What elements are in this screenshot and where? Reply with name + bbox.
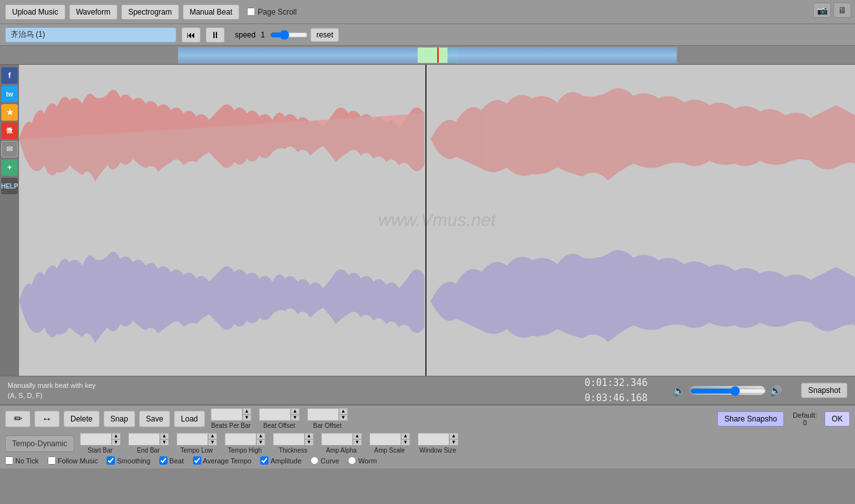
waveform-button[interactable]: Waveform bbox=[69, 4, 117, 20]
delete-button[interactable]: Delete bbox=[63, 411, 100, 427]
beat-checkbox[interactable] bbox=[159, 456, 168, 465]
window-size-spinbox: ▲ ▼ Window Size bbox=[416, 433, 460, 454]
twitter-button[interactable]: tw bbox=[1, 86, 18, 102]
bar-offset-down[interactable]: ▼ bbox=[339, 414, 348, 421]
weibo-button[interactable]: 微 bbox=[1, 123, 18, 139]
thickness-down[interactable]: ▼ bbox=[305, 439, 314, 446]
status-text: Manually mark beat with key (A, S, D, F) bbox=[8, 380, 96, 401]
beats-per-bar-down[interactable]: ▼ bbox=[242, 414, 251, 421]
waveform-main[interactable]: www.Vmus.net bbox=[19, 65, 855, 376]
help-button[interactable]: HELP bbox=[1, 178, 18, 194]
average-tempo-option[interactable]: Average Tempo bbox=[193, 456, 252, 465]
volume-slider-track[interactable] bbox=[689, 385, 766, 395]
worm-option[interactable]: Worm bbox=[348, 456, 376, 465]
share-snapshot-button[interactable]: Share Snapsho bbox=[717, 411, 784, 427]
beats-per-bar-input[interactable] bbox=[211, 408, 242, 421]
page-scroll-option[interactable]: Page Scroll bbox=[247, 8, 296, 17]
end-bar-up[interactable]: ▲ bbox=[160, 433, 169, 439]
beats-per-bar-up[interactable]: ▲ bbox=[242, 408, 251, 414]
ok-button[interactable]: OK bbox=[825, 411, 850, 427]
tempo-low-down[interactable]: ▼ bbox=[208, 439, 217, 446]
mini-waveform-bar[interactable] bbox=[0, 46, 855, 65]
time-display: 0:01:32.346 0:03:46.168 bbox=[585, 375, 647, 406]
no-tick-label: No Tick bbox=[15, 457, 39, 465]
curve-radio[interactable] bbox=[310, 456, 319, 465]
beat-offset-up[interactable]: ▲ bbox=[291, 408, 300, 414]
amp-alpha-up[interactable]: ▲ bbox=[353, 433, 362, 439]
tempo-high-down[interactable]: ▼ bbox=[256, 439, 265, 446]
beat-controls-row2: Tempo-Dynamic ▲ ▼ Start Bar ▲ ▼ End Bar bbox=[5, 433, 850, 454]
window-size-down[interactable]: ▼ bbox=[449, 439, 458, 446]
tempo-dynamic-button[interactable]: Tempo-Dynamic bbox=[5, 435, 74, 452]
tempo-high-up[interactable]: ▲ bbox=[256, 433, 265, 439]
window-size-up[interactable]: ▲ bbox=[449, 433, 458, 439]
follow-music-option[interactable]: Follow Music bbox=[48, 456, 98, 465]
page-scroll-checkbox[interactable] bbox=[247, 8, 255, 16]
beat-offset-down[interactable]: ▼ bbox=[291, 414, 300, 421]
reset-button[interactable]: reset bbox=[310, 28, 339, 42]
amp-alpha-spinbox: ▲ ▼ Amp Alpha bbox=[319, 433, 364, 454]
speed-slider[interactable] bbox=[270, 30, 308, 40]
amp-scale-up[interactable]: ▲ bbox=[401, 433, 410, 439]
volume-low-icon: 🔈 bbox=[673, 385, 686, 397]
amplitude-option[interactable]: Amplitude bbox=[260, 456, 302, 465]
window-size-input[interactable] bbox=[418, 433, 449, 446]
monitor-icon-button[interactable]: 🖥 bbox=[833, 3, 851, 18]
thickness-up[interactable]: ▲ bbox=[305, 433, 314, 439]
thickness-input[interactable] bbox=[273, 433, 305, 446]
camera-icon-button[interactable]: 📷 bbox=[813, 3, 831, 18]
social-sidebar: f tw ★ 微 ✉ + HELP bbox=[0, 65, 19, 376]
save-button[interactable]: Save bbox=[139, 411, 170, 427]
smoothing-checkbox[interactable] bbox=[107, 456, 115, 465]
end-bar-down[interactable]: ▼ bbox=[160, 439, 169, 446]
top-right-icons: 📷 🖥 bbox=[813, 3, 851, 18]
amp-scale-spinbox: ▲ ▼ Amp Scale bbox=[368, 433, 412, 454]
tempo-high-spinbox: ▲ ▼ Tempo High bbox=[223, 433, 267, 454]
upload-music-button[interactable]: Upload Music bbox=[5, 4, 65, 20]
favorite-button[interactable]: ★ bbox=[1, 104, 18, 121]
amp-scale-down[interactable]: ▼ bbox=[401, 439, 410, 446]
add-button[interactable]: + bbox=[1, 159, 18, 176]
tempo-low-up[interactable]: ▲ bbox=[208, 433, 217, 439]
tempo-low-input[interactable] bbox=[176, 433, 208, 446]
bar-offset-input[interactable] bbox=[307, 408, 339, 421]
erase-beat-button[interactable]: ✏ bbox=[5, 411, 30, 427]
move-beat-button[interactable]: ↔ bbox=[34, 411, 60, 427]
email-button[interactable]: ✉ bbox=[1, 141, 18, 157]
amp-alpha-input[interactable] bbox=[321, 433, 353, 446]
tempo-high-label: Tempo High bbox=[228, 447, 262, 454]
facebook-button[interactable]: f bbox=[1, 67, 18, 84]
start-bar-down[interactable]: ▼ bbox=[112, 439, 121, 446]
no-tick-option[interactable]: No Tick bbox=[5, 456, 39, 465]
amp-alpha-down[interactable]: ▼ bbox=[353, 439, 362, 446]
rewind-button[interactable]: ⏮ bbox=[182, 27, 201, 43]
tempo-high-input[interactable] bbox=[225, 433, 256, 446]
speed-value-text: 1 bbox=[261, 30, 265, 39]
amp-scale-input[interactable] bbox=[369, 433, 401, 446]
pause-button[interactable]: ⏸ bbox=[206, 27, 225, 43]
curve-option[interactable]: Curve bbox=[310, 456, 339, 465]
smoothing-option[interactable]: Smoothing bbox=[107, 456, 150, 465]
snap-button[interactable]: Snap bbox=[103, 411, 135, 427]
beat-offset-input[interactable] bbox=[259, 408, 291, 421]
worm-radio[interactable] bbox=[348, 456, 356, 465]
no-tick-checkbox[interactable] bbox=[5, 456, 13, 465]
mini-waveform-canvas[interactable] bbox=[178, 47, 677, 63]
manual-beat-button[interactable]: Manual Beat bbox=[183, 4, 239, 20]
start-bar-up[interactable]: ▲ bbox=[112, 433, 121, 439]
follow-music-checkbox[interactable] bbox=[48, 456, 56, 465]
bar-offset-up[interactable]: ▲ bbox=[339, 408, 348, 414]
end-bar-input[interactable] bbox=[128, 433, 160, 446]
average-tempo-checkbox[interactable] bbox=[193, 456, 201, 465]
snapshot-button[interactable]: Snapshot bbox=[801, 383, 847, 398]
curve-label: Curve bbox=[321, 457, 339, 465]
beat-offset-label: Beat Offset bbox=[263, 422, 295, 429]
load-button[interactable]: Load bbox=[174, 411, 205, 427]
waveform-top bbox=[19, 65, 855, 214]
spectrogram-button[interactable]: Spectrogram bbox=[121, 4, 179, 20]
volume-slider-input[interactable] bbox=[690, 386, 766, 396]
start-bar-input[interactable] bbox=[80, 433, 112, 446]
worm-label: Worm bbox=[358, 457, 376, 465]
amplitude-checkbox[interactable] bbox=[260, 456, 268, 465]
beat-option[interactable]: Beat bbox=[159, 456, 184, 465]
